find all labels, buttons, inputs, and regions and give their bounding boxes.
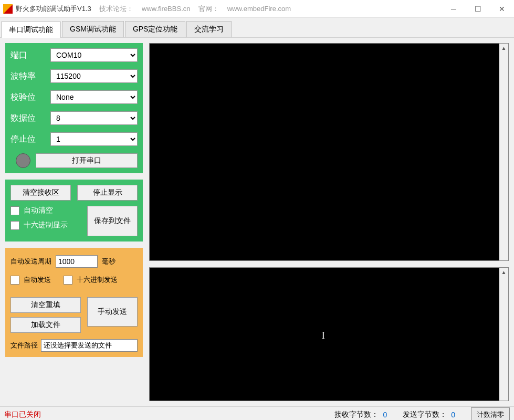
- app-icon: [3, 4, 13, 14]
- tab-serial[interactable]: 串口调试功能: [1, 22, 61, 38]
- stop-display-button[interactable]: 停止显示: [77, 185, 138, 201]
- forum-label: 技术论坛：: [99, 5, 133, 13]
- auto-send-period-label: 自动发送周期: [11, 257, 51, 266]
- tx-bytes-count: 0: [451, 411, 455, 419]
- port-label: 端口: [11, 50, 50, 61]
- tab-gsm[interactable]: GSM调试功能: [62, 21, 124, 37]
- auto-send-checkbox[interactable]: [11, 276, 19, 285]
- parity-label: 校验位: [11, 92, 50, 103]
- window-controls: ─ ☐ ✕: [442, 0, 514, 18]
- port-status-text: 串口已关闭: [4, 410, 41, 419]
- data-bits-label: 数据位: [11, 113, 50, 124]
- clear-rx-button[interactable]: 清空接收区: [11, 185, 71, 201]
- file-path-input[interactable]: [41, 339, 138, 352]
- send-panel: 自动发送周期 毫秒 自动发送 十六进制发送 清空重填 加载文件: [5, 248, 143, 357]
- stop-bits-label: 停止位: [11, 134, 50, 145]
- save-to-file-button[interactable]: 保存到文件: [87, 206, 138, 236]
- site-url: www.embedFire.com: [227, 5, 291, 13]
- rx-bytes-count: 0: [383, 411, 387, 419]
- auto-clear-label: 自动清空: [24, 206, 53, 215]
- stop-bits-select[interactable]: 1: [50, 132, 138, 146]
- clear-tx-button[interactable]: 清空重填: [11, 297, 81, 313]
- text-cursor-icon: I: [322, 330, 325, 341]
- titlebar-text: 野火多功能调试助手V1.3 技术论坛： www.fireBBS.cn 官网： w…: [16, 4, 291, 14]
- tab-chat[interactable]: 交流学习: [186, 21, 232, 37]
- rx-scrollbar[interactable]: ▲: [499, 44, 508, 260]
- port-status-indicator: [16, 153, 30, 168]
- baud-select[interactable]: 115200: [50, 69, 138, 83]
- left-column: 端口 COM10 波特率 115200 校验位 None 数据位 8 停止位 1: [5, 43, 143, 401]
- main-content: 端口 COM10 波特率 115200 校验位 None 数据位 8 停止位 1: [0, 38, 514, 406]
- tx-bytes-label: 发送字节数：: [403, 410, 447, 419]
- maximize-button[interactable]: ☐: [466, 0, 490, 18]
- manual-send-button[interactable]: 手动发送: [87, 297, 138, 327]
- reset-counter-button[interactable]: 计数清零: [471, 407, 510, 421]
- app-title: 野火多功能调试助手V1.3: [16, 5, 91, 13]
- hex-display-label: 十六进制显示: [24, 220, 68, 230]
- auto-clear-checkbox[interactable]: [11, 206, 19, 215]
- load-file-button[interactable]: 加载文件: [11, 317, 81, 333]
- rx-bytes-label: 接收字节数：: [334, 410, 379, 419]
- scroll-up-icon[interactable]: ▲: [499, 268, 508, 277]
- scroll-up-icon[interactable]: ▲: [499, 44, 508, 52]
- right-column: ▲ I ▲: [149, 43, 509, 401]
- period-unit-label: 毫秒: [102, 257, 116, 266]
- hex-send-checkbox[interactable]: [64, 276, 72, 285]
- auto-send-period-input[interactable]: [56, 255, 98, 268]
- receive-terminal[interactable]: ▲: [149, 43, 509, 261]
- hex-send-label: 十六进制发送: [77, 275, 118, 285]
- minimize-button[interactable]: ─: [442, 0, 466, 18]
- data-bits-select[interactable]: 8: [50, 111, 138, 125]
- receive-panel: 清空接收区 停止显示 自动清空 十六进制显示 保存到文件: [5, 180, 143, 242]
- auto-send-label: 自动发送: [24, 275, 51, 285]
- baud-label: 波特率: [11, 71, 50, 82]
- forum-url: www.fireBBS.cn: [142, 5, 190, 13]
- status-bar: 串口已关闭 接收字节数： 0 发送字节数： 0 计数清零: [0, 406, 514, 420]
- file-path-label: 文件路径: [11, 341, 38, 350]
- send-terminal[interactable]: I ▲: [149, 267, 509, 401]
- site-label: 官网：: [198, 5, 219, 13]
- close-button[interactable]: ✕: [490, 0, 514, 18]
- parity-select[interactable]: None: [50, 90, 138, 104]
- config-panel: 端口 COM10 波特率 115200 校验位 None 数据位 8 停止位 1: [5, 43, 143, 173]
- tx-scrollbar[interactable]: ▲: [499, 268, 508, 401]
- titlebar: 野火多功能调试助手V1.3 技术论坛： www.fireBBS.cn 官网： w…: [0, 0, 514, 18]
- tab-gps[interactable]: GPS定位功能: [125, 21, 186, 37]
- hex-display-checkbox[interactable]: [11, 221, 19, 230]
- port-select[interactable]: COM10: [50, 48, 138, 62]
- open-port-button[interactable]: 打开串口: [36, 153, 138, 168]
- tab-bar: 串口调试功能 GSM调试功能 GPS定位功能 交流学习: [0, 18, 514, 38]
